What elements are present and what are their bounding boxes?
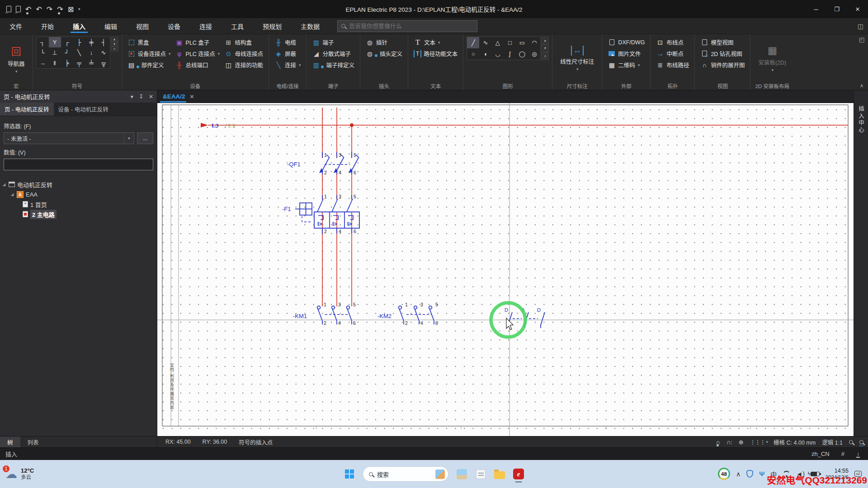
gallery-up-icon[interactable]: ▴ bbox=[541, 37, 549, 44]
cable-button[interactable]: ╫ 电缆 bbox=[272, 37, 303, 48]
redo-list-icon[interactable]: ↷ bbox=[57, 5, 63, 14]
drill-view-button[interactable]: 2D 钻孔视图 bbox=[698, 48, 747, 59]
zoom-selection-icon[interactable] bbox=[849, 440, 853, 444]
hash-indicator[interactable]: # bbox=[841, 450, 844, 457]
panel-layout-icon[interactable]: ◫ bbox=[858, 23, 863, 30]
menu-view[interactable]: 视图 bbox=[127, 18, 158, 34]
path-function-text-button[interactable]: T 路径功能文本 bbox=[411, 48, 460, 59]
graphic-cell[interactable]: ◡ bbox=[491, 48, 504, 60]
terminal-strip-definition-button[interactable]: ▥ 端子排定义 bbox=[310, 59, 357, 70]
page-forward-icon[interactable] bbox=[16, 6, 21, 12]
value-input[interactable] bbox=[4, 159, 153, 170]
tab-tree[interactable]: 树 bbox=[0, 436, 20, 447]
graphic-cell[interactable]: ◖ bbox=[479, 48, 491, 60]
symbol-cell[interactable]: ╲ bbox=[73, 47, 85, 58]
symbol-cell[interactable]: ╞ bbox=[61, 58, 73, 68]
image-file-button[interactable]: 图片文件 bbox=[605, 48, 647, 59]
symbol-cell[interactable]: ┌ bbox=[61, 37, 73, 47]
busbar-connection-point-button[interactable]: ⊙ 母线连接点 bbox=[222, 48, 265, 59]
close-button[interactable]: ✕ bbox=[847, 0, 868, 18]
device-f1[interactable]: -F1 1 2 bbox=[282, 194, 359, 234]
symbol-cell[interactable]: └ bbox=[37, 47, 49, 58]
snap-icon[interactable]: ∩ bbox=[716, 439, 720, 446]
plc-box-button[interactable]: ▣ PLC 盒子 bbox=[173, 37, 222, 48]
undo-icon[interactable]: ↶ bbox=[36, 5, 42, 14]
crosshair-icon[interactable]: ⊕ bbox=[739, 439, 744, 446]
minimize-button[interactable]: ─ bbox=[806, 0, 826, 18]
symbol-cell[interactable]: ╤ bbox=[73, 58, 85, 68]
graphic-cell[interactable]: ∿ bbox=[479, 37, 491, 48]
panel-menu-icon[interactable]: ▾ bbox=[131, 94, 133, 100]
expander-icon[interactable]: ◢ bbox=[2, 182, 6, 187]
download-icon[interactable]: ↓ bbox=[856, 450, 860, 458]
symbol-cell[interactable]: → bbox=[37, 58, 49, 68]
document-tab[interactable]: &EAA/2 ✕ bbox=[157, 90, 200, 103]
filter-more-button[interactable]: ... bbox=[137, 132, 153, 144]
routing-point-button[interactable]: ⊡ 布线点 bbox=[654, 37, 691, 48]
gallery-more-icon[interactable]: ▿ bbox=[111, 47, 118, 52]
shield-button[interactable]: ◈ 屏蔽 bbox=[272, 48, 303, 59]
device-connection-point-button[interactable]: 设备连接点▾ bbox=[125, 48, 173, 59]
device-km1[interactable]: -KM1 1 2 3 bbox=[293, 302, 356, 326]
security-shield-icon[interactable] bbox=[746, 470, 753, 478]
filter-dropdown[interactable]: - 未激活 - ▾ bbox=[4, 132, 134, 144]
symbol-cell[interactable]: ∿ bbox=[98, 47, 110, 58]
page-back-icon[interactable] bbox=[6, 6, 11, 12]
plc-connection-point-button[interactable]: φ PLC 连接点▾ bbox=[173, 48, 222, 59]
tell-me-input[interactable] bbox=[349, 23, 473, 29]
menu-tools[interactable]: 工具 bbox=[222, 18, 253, 34]
menu-file[interactable]: 文件 bbox=[0, 18, 32, 34]
eplan-app-icon[interactable]: e bbox=[513, 468, 524, 480]
language-indicator[interactable]: zh_CN bbox=[811, 450, 830, 457]
bus-port-button[interactable]: ╫ 总线端口 bbox=[173, 59, 222, 70]
qat-customize-icon[interactable]: ▾ bbox=[78, 7, 80, 11]
menu-home[interactable]: 开始 bbox=[32, 18, 63, 34]
part-definition-button[interactable]: ▤ 部件定义 bbox=[125, 59, 173, 70]
tree-row-page1[interactable]: * 1 首页 bbox=[2, 199, 155, 209]
graphic-cell[interactable]: △ bbox=[491, 37, 504, 48]
symbol-cell[interactable]: ↓ bbox=[85, 47, 98, 58]
menu-device[interactable]: 设备 bbox=[158, 18, 190, 34]
terminal-button[interactable]: ▥ 端子 bbox=[310, 37, 357, 48]
pin-icon[interactable]: ↧ bbox=[139, 94, 143, 100]
insert-symbol-icon[interactable]: ⊠ bbox=[68, 5, 74, 14]
grid-display-icon[interactable]: ⋮⋮⋮▾ bbox=[750, 439, 768, 446]
symbol-cell[interactable]: ‖ bbox=[49, 58, 61, 68]
copper-unfold-button[interactable]: ∩ 铜件的展开图 bbox=[698, 59, 747, 70]
notes-app-icon[interactable] bbox=[475, 468, 486, 480]
qr-code-button[interactable]: ▦ 二维码▾ bbox=[605, 59, 647, 70]
undo-list-icon[interactable]: ↶ bbox=[25, 5, 31, 14]
weather-widget[interactable]: ☁1 12°C 多云 bbox=[0, 467, 34, 481]
graphic-cell[interactable]: ╱ bbox=[467, 37, 479, 48]
dropdown-arrow-icon[interactable]: ▾ bbox=[124, 133, 134, 144]
microphone-icon[interactable]: Ψ bbox=[759, 470, 764, 478]
distributed-terminal-button[interactable]: ◢ 分散式端子 bbox=[310, 48, 357, 59]
collapse-ribbon-icon[interactable]: ∧ bbox=[860, 83, 863, 89]
symbol-cell[interactable]: Y bbox=[49, 37, 61, 47]
symbol-cell[interactable]: ╦ bbox=[98, 58, 110, 68]
menu-masterdata[interactable]: 主数据 bbox=[291, 18, 329, 34]
model-view-button[interactable]: 模型视图 bbox=[698, 37, 747, 48]
gallery-up-icon[interactable]: ▴ bbox=[111, 37, 118, 42]
start-button[interactable] bbox=[344, 468, 355, 480]
tab-list[interactable]: 列表 bbox=[20, 436, 46, 447]
symbol-cell[interactable]: ⊥ bbox=[49, 47, 61, 58]
black-box-button[interactable]: 黑盒 bbox=[125, 37, 173, 48]
menu-edit[interactable]: 编辑 bbox=[95, 18, 127, 34]
thumbnail-app-icon[interactable] bbox=[456, 468, 467, 480]
interruption-point-button[interactable]: → 中断点 bbox=[654, 48, 691, 59]
expander-icon[interactable]: ◢ bbox=[10, 192, 14, 197]
dxf-dwg-button[interactable]: DXF/DWG bbox=[605, 37, 647, 48]
maximize-button[interactable]: ❐ bbox=[826, 0, 847, 18]
device-km2[interactable]: -KM2 1 2 3 bbox=[377, 302, 438, 326]
logic-scale[interactable]: 逻辑 1:1 bbox=[822, 438, 843, 446]
graphic-cell[interactable]: ◎ bbox=[528, 48, 540, 60]
tab-devices[interactable]: 设备 - 电动机正反转 bbox=[54, 103, 113, 116]
graphic-cell[interactable]: ◯ bbox=[516, 48, 528, 60]
routing-path-button[interactable]: ≣ 布线路径 bbox=[654, 59, 691, 70]
graphic-cell[interactable]: ◠ bbox=[528, 37, 540, 48]
symbol-cell[interactable]: ┤ bbox=[98, 37, 110, 47]
pin-button[interactable]: ◍ 插针 bbox=[363, 37, 405, 48]
navigator-button[interactable]: 回 导航器 ▾ bbox=[3, 37, 29, 80]
graphic-cell[interactable]: ○ bbox=[467, 48, 479, 60]
